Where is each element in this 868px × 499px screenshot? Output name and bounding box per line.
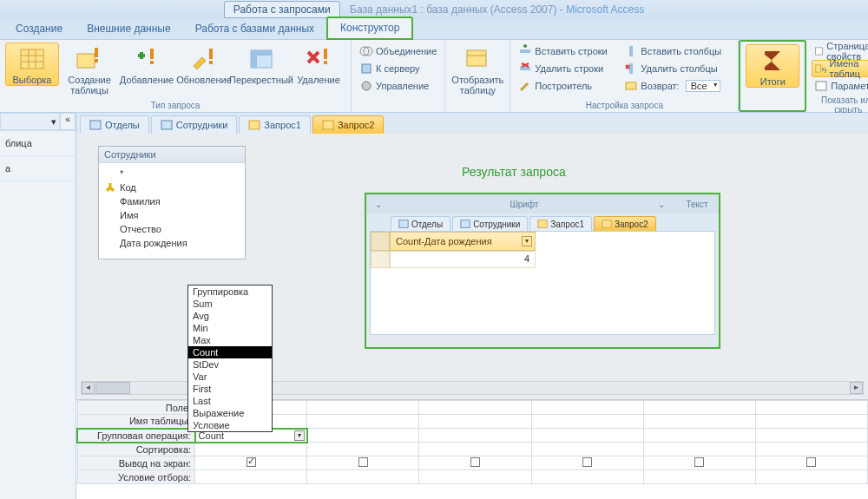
svg-rect-31 — [161, 121, 172, 129]
agg-option[interactable]: First — [188, 383, 272, 395]
svg-rect-19 — [467, 50, 486, 66]
table-header: Сотрудники — [99, 147, 245, 163]
row-groupop-label: Групповая операция: — [77, 429, 195, 443]
tab-dbtools[interactable]: Работа с базами данных — [183, 19, 326, 39]
field-imya[interactable]: Имя — [104, 208, 240, 222]
totals-button[interactable]: Итоги — [746, 44, 799, 88]
maketable-button[interactable]: Создание таблицы — [62, 43, 116, 96]
pencil-exclaim-icon — [190, 45, 218, 73]
union-button[interactable]: Объединение — [357, 43, 439, 60]
row-table-label: Имя таблицы: — [77, 415, 195, 429]
agg-option[interactable]: Выражение — [188, 407, 272, 419]
table-names-button[interactable]: xyzИмена таблиц — [812, 60, 868, 77]
query-design-area[interactable]: Сотрудники * Код Фамилия Имя Отчество Да… — [76, 134, 868, 499]
delete-exclaim-icon — [305, 45, 332, 73]
nav-collapse[interactable]: « — [60, 113, 76, 130]
agg-option[interactable]: Условие — [188, 419, 272, 431]
crosstab-icon — [247, 45, 275, 73]
agg-option[interactable]: Max — [188, 334, 272, 346]
tab-create[interactable]: Создание — [3, 19, 75, 39]
show-checkbox[interactable] — [247, 457, 256, 467]
show-checkbox[interactable] — [582, 457, 592, 467]
field-kod[interactable]: Код — [104, 181, 240, 194]
svg-rect-34 — [399, 220, 408, 228]
svg-text:xyz: xyz — [822, 66, 827, 73]
svg-rect-9 — [209, 61, 213, 64]
grid-icon — [18, 45, 46, 73]
agg-option[interactable]: Var — [188, 371, 272, 383]
builder-button[interactable]: Построитель — [516, 77, 618, 95]
property-sheet-button[interactable]: Страница свойств — [812, 43, 868, 60]
show-checkbox[interactable] — [470, 457, 480, 467]
svg-rect-33 — [323, 121, 333, 129]
show-checkbox[interactable] — [806, 457, 816, 467]
tab-sotrudniki[interactable]: Сотрудники — [151, 115, 238, 134]
result-cell[interactable]: 4 — [390, 251, 536, 268]
agg-option[interactable]: StDev — [188, 358, 272, 371]
svg-point-18 — [362, 82, 371, 90]
parameters-button[interactable]: Параметры — [812, 77, 868, 95]
agg-option[interactable]: Группировка — [188, 286, 272, 298]
field-familia[interactable]: Фамилия — [104, 194, 240, 208]
document-tabs: Отделы Сотрудники Запрос1 Запрос2 — [76, 113, 868, 134]
row-show-label: Вывод на экран: — [77, 456, 195, 470]
show-checkbox[interactable] — [694, 457, 704, 467]
tab-zapros1[interactable]: Запрос1 — [239, 115, 311, 134]
passthrough-button[interactable]: К серверу — [357, 60, 439, 77]
contextual-tab: Работа с запросами — [224, 1, 340, 18]
return-button[interactable]: Возврат:Все▼ — [621, 77, 733, 95]
query-icon — [322, 119, 334, 131]
agg-option[interactable]: Last — [188, 395, 272, 407]
append-button[interactable]: Добавление — [120, 43, 174, 86]
agg-option[interactable]: Sum — [188, 298, 272, 310]
table-sotrudniki-box[interactable]: Сотрудники * Код Фамилия Имя Отчество Да… — [98, 146, 246, 259]
r-tab-z2[interactable]: Запрос2 — [594, 216, 656, 231]
row-sort-label: Сортировка: — [77, 443, 195, 456]
gear-icon — [359, 79, 373, 93]
datadef-button[interactable]: Управление — [357, 77, 439, 95]
field-data[interactable]: Дата рождения — [104, 236, 240, 250]
agg-option[interactable]: Min — [188, 322, 272, 334]
r-tab-otdely[interactable]: Отделы — [391, 216, 450, 231]
union-icon — [359, 44, 373, 58]
field-star[interactable]: * — [104, 167, 240, 181]
result-column-header[interactable]: Count-Дата рождения▾ — [390, 232, 536, 251]
svg-rect-35 — [461, 220, 470, 228]
nav-item[interactable]: блица — [0, 131, 76, 156]
show-checkbox[interactable] — [358, 457, 368, 467]
query-icon — [248, 119, 260, 131]
agg-option[interactable]: Avg — [188, 310, 272, 322]
svg-rect-22 — [520, 67, 530, 70]
tab-external[interactable]: Внешние данные — [75, 19, 183, 39]
crosstab-button[interactable]: Перекрестный — [234, 43, 288, 86]
tab-design[interactable]: Конструктор — [326, 16, 413, 40]
r-tab-z1[interactable]: Запрос1 — [529, 216, 592, 231]
agg-option-selected[interactable]: Count — [188, 346, 272, 358]
params-icon — [814, 79, 828, 93]
tab-otdely[interactable]: Отделы — [80, 115, 149, 134]
tab-zapros2[interactable]: Запрос2 — [312, 115, 385, 134]
nav-item[interactable]: а — [0, 156, 76, 181]
nav-dropdown[interactable]: ▾ — [0, 113, 60, 130]
insert-row-icon — [518, 44, 532, 58]
delete-button[interactable]: Удаление — [292, 43, 345, 86]
field-otchestvo[interactable]: Отчество — [104, 222, 240, 236]
svg-rect-26 — [816, 48, 823, 55]
select-query-button[interactable]: Выборка — [5, 43, 59, 86]
row-field-label: Поле: — [77, 401, 195, 415]
svg-rect-17 — [362, 64, 371, 73]
row-criteria-label: Условие отбора: — [77, 470, 195, 484]
group-label-querytype: Тип запроса — [5, 100, 345, 110]
insert-rows-button[interactable]: Вставить строки — [516, 43, 618, 60]
chevron-down-icon[interactable]: ▾ — [294, 430, 305, 441]
insert-cols-button[interactable]: Вставить столбцы — [621, 43, 733, 60]
svg-rect-7 — [150, 61, 154, 64]
navigation-pane[interactable]: ▾« блица а — [0, 113, 76, 499]
delete-cols-button[interactable]: Удалить столбцы — [621, 60, 733, 77]
update-button[interactable]: Обновление — [177, 43, 231, 86]
delete-rows-button[interactable]: Удалить строки — [516, 60, 618, 77]
show-table-button[interactable]: Отобразить таблицу — [450, 43, 504, 96]
aggregate-dropdown-list[interactable]: Группировка Sum Avg Min Max Count StDev … — [187, 285, 273, 432]
svg-rect-23 — [629, 46, 633, 56]
r-tab-sotr[interactable]: Сотрудники — [452, 216, 528, 231]
